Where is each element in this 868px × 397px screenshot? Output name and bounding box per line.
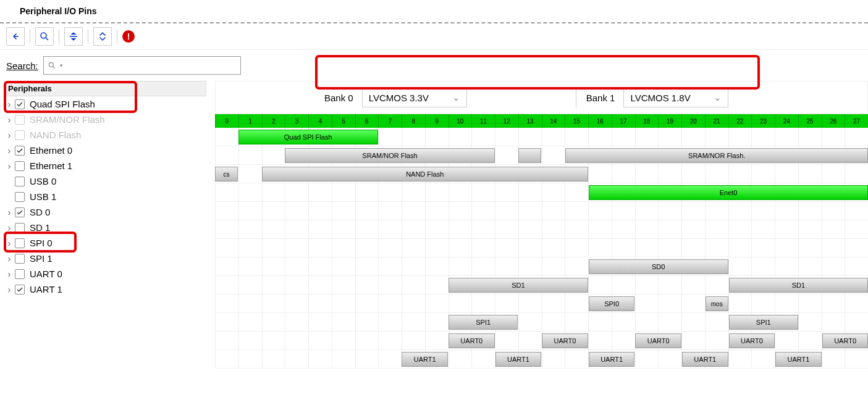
- pin-bar-uart0[interactable]: UART0: [542, 333, 588, 348]
- search-input[interactable]: [67, 61, 237, 70]
- chevron-right-icon[interactable]: ›: [6, 253, 12, 264]
- pin-header-cell[interactable]: 4: [308, 114, 332, 128]
- pin-bar-uart1[interactable]: UART1: [775, 352, 822, 367]
- pin-header-cell[interactable]: 24: [775, 114, 798, 128]
- chevron-right-icon[interactable]: ›: [6, 207, 12, 217]
- tree-item-spi-1[interactable]: ›SPI 1: [4, 251, 206, 266]
- back-button[interactable]: [6, 27, 25, 46]
- chevron-right-icon[interactable]: ›: [6, 269, 12, 279]
- search-input-wrap[interactable]: ▾: [43, 56, 241, 75]
- checkbox[interactable]: [15, 192, 25, 202]
- pin-header-cell[interactable]: 27: [845, 114, 868, 128]
- pin-bar-uart0[interactable]: UART0: [822, 333, 868, 348]
- chevron-right-icon[interactable]: ›: [6, 130, 12, 140]
- pin-header-cell[interactable]: 14: [542, 114, 565, 128]
- pin-header-cell[interactable]: 26: [822, 114, 845, 128]
- pin-header-cell[interactable]: 21: [705, 114, 728, 128]
- pin-header-cell[interactable]: 12: [495, 114, 518, 128]
- tree-item-ethernet-1[interactable]: ›Ethernet 1: [4, 158, 206, 173]
- pin-header-cell[interactable]: 3: [285, 114, 308, 128]
- tree-item-sd-1[interactable]: ›SD 1: [4, 220, 206, 235]
- pin-bar-spi1[interactable]: SPI1: [729, 315, 798, 330]
- pin-header-cell[interactable]: 2: [262, 114, 285, 128]
- expand-all-button[interactable]: [93, 27, 112, 46]
- checkbox[interactable]: [15, 146, 25, 156]
- checkbox[interactable]: [15, 177, 25, 186]
- pin-bar-sram-nor-flash[interactable]: SRAM/NOR Flash: [285, 148, 494, 163]
- pin-bar-sd1[interactable]: SD1: [729, 278, 868, 293]
- chevron-right-icon[interactable]: ›: [6, 284, 12, 295]
- chevron-right-icon[interactable]: ›: [6, 99, 12, 109]
- pin-header-cell[interactable]: 6: [355, 114, 379, 128]
- tree-item-usb-0[interactable]: USB 0: [4, 173, 206, 189]
- tree-item-ethernet-0[interactable]: ›Ethernet 0: [4, 143, 206, 158]
- tree-item-usb-1[interactable]: USB 1: [4, 189, 206, 204]
- tree-item-sram-nor-flash[interactable]: ›SRAM/NOR Flash: [4, 112, 206, 127]
- pin-bar-uart1[interactable]: UART1: [402, 352, 448, 367]
- pin-header-cell[interactable]: 8: [402, 114, 425, 128]
- bank1-select[interactable]: LVCMOS 1.8V ⌄: [623, 88, 728, 107]
- pin-bar-uart0[interactable]: UART0: [729, 333, 775, 348]
- tree-item-label: Quad SPI Flash: [30, 99, 95, 109]
- bank0-select[interactable]: LVCMOS 3.3V ⌄: [362, 88, 467, 107]
- pin-bar-mos[interactable]: mos: [706, 296, 728, 311]
- pin-header-cell[interactable]: 10: [449, 114, 472, 128]
- pin-header-cell[interactable]: 25: [798, 114, 822, 128]
- tree-item-quad-spi-flash[interactable]: ›Quad SPI Flash: [4, 96, 206, 112]
- tree-item-label: UART 1: [30, 284, 62, 295]
- tree-item-nand-flash[interactable]: ›NAND Flash: [4, 127, 206, 143]
- pin-header-cell[interactable]: 20: [681, 114, 705, 128]
- pin-bar-uart1[interactable]: UART1: [589, 352, 635, 367]
- pin-bar-nand-flash[interactable]: NAND Flash: [262, 167, 588, 182]
- collapse-all-button[interactable]: [64, 27, 83, 46]
- chevron-right-icon[interactable]: ›: [6, 145, 12, 156]
- pin-bar-spi1[interactable]: SPI1: [449, 315, 518, 330]
- checkbox[interactable]: [15, 99, 25, 109]
- search-tool-button[interactable]: [35, 27, 54, 46]
- chevron-right-icon[interactable]: ›: [6, 222, 12, 233]
- pin-bar-spi0[interactable]: SPI0: [589, 296, 635, 311]
- tree-item-sd-0[interactable]: ›SD 0: [4, 204, 206, 220]
- pin-header-cell[interactable]: 5: [332, 114, 355, 128]
- pin-bar-uart0[interactable]: UART0: [635, 333, 681, 348]
- pin-header-cell[interactable]: 15: [565, 114, 588, 128]
- tree-item-uart-1[interactable]: ›UART 1: [4, 282, 206, 297]
- chevron-right-icon[interactable]: ›: [6, 114, 12, 125]
- pin-header-cell[interactable]: 17: [612, 114, 635, 128]
- pin-bar-sd0[interactable]: SD0: [589, 259, 728, 274]
- tree-item-spi-0[interactable]: ›SPI 0: [4, 235, 206, 251]
- pin-header-cell[interactable]: 22: [728, 114, 752, 128]
- pin-bar-cs[interactable]: cs: [215, 167, 238, 182]
- toolbar: !: [0, 23, 868, 50]
- checkbox[interactable]: [15, 223, 25, 233]
- pin-header-cell[interactable]: 16: [588, 114, 612, 128]
- chevron-right-icon[interactable]: ›: [6, 238, 12, 248]
- tree-item-uart-0[interactable]: ›UART 0: [4, 266, 206, 282]
- checkbox[interactable]: [15, 269, 25, 279]
- checkbox[interactable]: [15, 285, 25, 295]
- pin-header-cell[interactable]: 1: [238, 114, 262, 128]
- pin-header-cell[interactable]: 11: [471, 114, 495, 128]
- error-badge[interactable]: !: [122, 30, 135, 43]
- pin-header-cell[interactable]: 19: [658, 114, 681, 128]
- pin-header-cell[interactable]: 0: [215, 114, 238, 128]
- pin-bar-blank[interactable]: [518, 148, 541, 163]
- pin-header-cell[interactable]: 23: [751, 114, 775, 128]
- checkbox[interactable]: [15, 207, 25, 217]
- checkbox[interactable]: [15, 161, 25, 171]
- pin-bar-enet0[interactable]: Enet0: [589, 185, 868, 200]
- pin-header-cell[interactable]: 7: [378, 114, 402, 128]
- checkbox[interactable]: [15, 238, 25, 248]
- pin-header-cell[interactable]: 18: [635, 114, 659, 128]
- pin-header-cell[interactable]: 13: [518, 114, 542, 128]
- dropdown-caret-icon: ▾: [60, 62, 63, 69]
- pin-header-cell[interactable]: 9: [425, 114, 449, 128]
- pin-bar-sram-nor-flash-[interactable]: SRAM/NOR Flash.: [565, 148, 868, 163]
- checkbox[interactable]: [15, 254, 25, 264]
- chevron-right-icon[interactable]: ›: [6, 161, 12, 171]
- pin-bar-quad-spi-flash[interactable]: Quad SPI Flash: [238, 130, 378, 144]
- pin-bar-sd1[interactable]: SD1: [449, 278, 588, 293]
- pin-bar-uart1[interactable]: UART1: [682, 352, 728, 367]
- pin-bar-uart0[interactable]: UART0: [449, 333, 495, 348]
- pin-bar-uart1[interactable]: UART1: [495, 352, 542, 367]
